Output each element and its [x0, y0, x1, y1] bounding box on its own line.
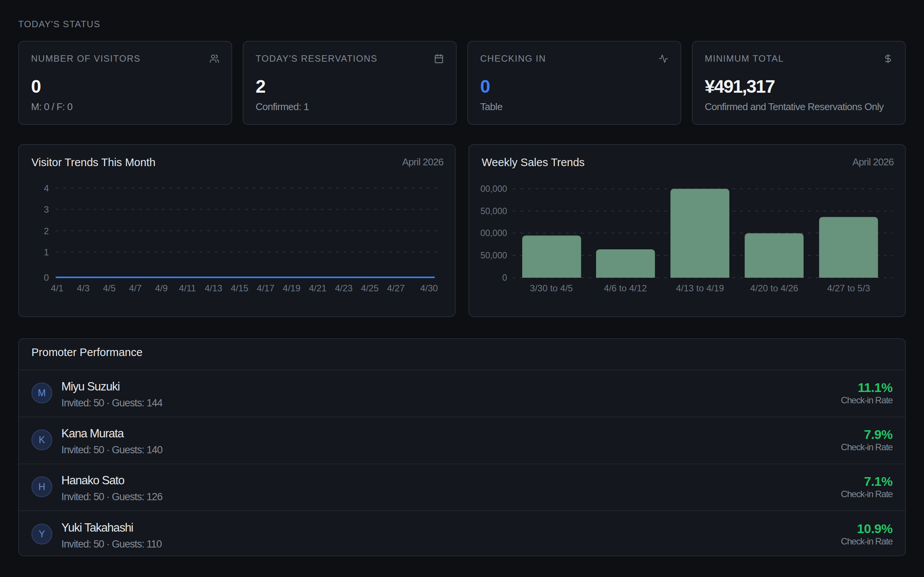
svg-text:4/23: 4/23 — [335, 283, 352, 293]
svg-text:4/5: 4/5 — [103, 283, 115, 293]
svg-text:4/27: 4/27 — [387, 283, 405, 293]
svg-text:0: 0 — [502, 273, 507, 283]
svg-text:4: 4 — [44, 183, 49, 193]
svg-text:4/13: 4/13 — [205, 283, 222, 293]
svg-text:4/13 to 4/19: 4/13 to 4/19 — [676, 283, 724, 293]
svg-text:3: 3 — [44, 204, 49, 214]
svg-text:4/30: 4/30 — [420, 283, 438, 293]
svg-text:300,000: 300,000 — [476, 228, 507, 238]
svg-text:4/1: 4/1 — [51, 283, 63, 293]
svg-text:4/27 to 5/3: 4/27 to 5/3 — [827, 283, 870, 293]
svg-text:4/6 to 4/12: 4/6 to 4/12 — [604, 283, 647, 293]
svg-text:4/21: 4/21 — [309, 283, 327, 293]
svg-text:4/25: 4/25 — [361, 283, 379, 293]
svg-text:4/11: 4/11 — [179, 283, 196, 293]
svg-text:3/30 to 4/5: 3/30 to 4/5 — [530, 283, 573, 293]
svg-text:600,000: 600,000 — [476, 184, 507, 194]
svg-text:4/7: 4/7 — [129, 283, 142, 293]
svg-text:4/17: 4/17 — [257, 283, 275, 293]
svg-text:4/20 to 4/26: 4/20 to 4/26 — [750, 283, 798, 293]
svg-text:4/9: 4/9 — [155, 283, 168, 293]
svg-text:4/19: 4/19 — [283, 283, 300, 293]
svg-text:4/3: 4/3 — [77, 283, 89, 293]
svg-text:0: 0 — [44, 272, 49, 283]
svg-text:150,000: 150,000 — [476, 250, 507, 260]
svg-text:1: 1 — [44, 247, 49, 257]
svg-text:4/15: 4/15 — [231, 283, 249, 293]
svg-text:450,000: 450,000 — [476, 206, 507, 216]
svg-text:2: 2 — [44, 226, 49, 236]
